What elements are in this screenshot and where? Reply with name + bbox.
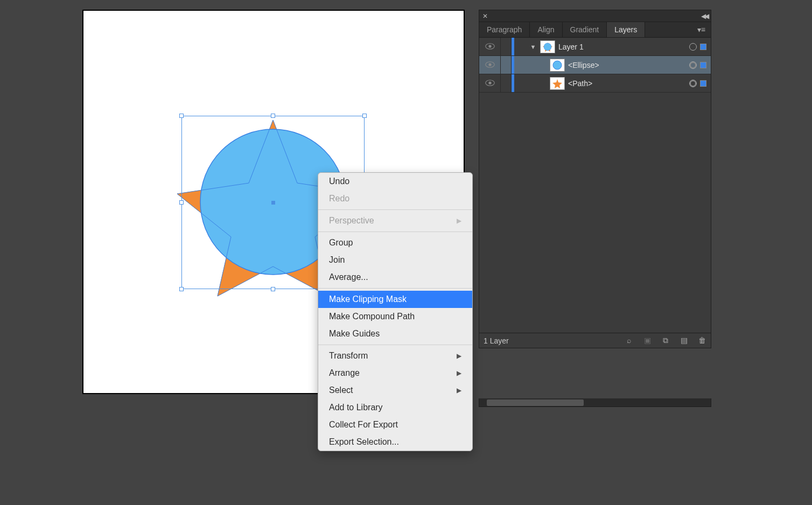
- cm-average[interactable]: Average...: [318, 269, 472, 286]
- selection-strip: [512, 74, 514, 92]
- close-icon[interactable]: ✕: [482, 12, 488, 20]
- scrollbar-thumb[interactable]: [487, 399, 584, 406]
- submenu-arrow-icon: ▶: [457, 367, 461, 380]
- target-icon[interactable]: [689, 43, 697, 51]
- lock-toggle[interactable]: [501, 56, 512, 74]
- svg-point-1: [488, 45, 491, 47]
- cm-separator: [318, 209, 472, 210]
- context-menu: Undo Redo Perspective ▶ Group Join Avera…: [318, 172, 473, 451]
- selection-color-swatch[interactable]: [700, 44, 706, 50]
- tab-gradient[interactable]: Gradient: [563, 22, 607, 37]
- layers-list: ▼ Layer 1 <Ellips: [479, 38, 711, 333]
- layer-name-label[interactable]: <Ellipse>: [568, 61, 689, 69]
- layer-thumbnail[interactable]: [540, 40, 555, 53]
- cm-join[interactable]: Join: [318, 251, 472, 269]
- svg-point-5: [488, 63, 491, 66]
- lock-toggle[interactable]: [501, 74, 512, 92]
- cm-make-clipping-mask[interactable]: Make Clipping Mask: [318, 291, 472, 308]
- submenu-arrow-icon: ▶: [457, 349, 461, 362]
- cm-separator: [318, 345, 472, 345]
- new-sublayer-icon[interactable]: ⧉: [661, 336, 670, 345]
- target-icon[interactable]: [689, 80, 697, 87]
- layers-count-label: 1 Layer: [484, 336, 509, 345]
- layer-row[interactable]: <Path>: [479, 74, 711, 93]
- panel-footer: 1 Layer ⌕ ▣ ⧉ ▤ 🗑: [479, 333, 711, 348]
- submenu-arrow-icon: ▶: [457, 214, 461, 227]
- disclosure-triangle-icon[interactable]: ▼: [529, 44, 537, 50]
- target-icon[interactable]: [689, 61, 697, 69]
- selection-color-swatch[interactable]: [700, 80, 706, 87]
- selection-color-swatch[interactable]: [700, 62, 706, 68]
- panel-menu-icon[interactable]: ▾≡: [692, 22, 711, 37]
- eye-icon: [485, 61, 495, 69]
- cm-make-guides[interactable]: Make Guides: [318, 325, 472, 342]
- panel-tabs: Paragraph Align Gradient Layers ▾≡: [479, 22, 711, 38]
- delete-layer-icon[interactable]: 🗑: [698, 336, 706, 345]
- lock-toggle[interactable]: [501, 38, 512, 55]
- submenu-arrow-icon: ▶: [457, 384, 461, 397]
- layers-panel: ✕ ◀◀ Paragraph Align Gradient Layers ▾≡ …: [479, 10, 711, 348]
- layer-row[interactable]: ▼ Layer 1: [479, 38, 711, 56]
- cm-add-to-library[interactable]: Add to Library: [318, 399, 472, 416]
- make-clipping-mask-icon[interactable]: ▣: [643, 336, 652, 345]
- layer-thumbnail[interactable]: [550, 59, 565, 72]
- cm-make-compound-path[interactable]: Make Compound Path: [318, 308, 472, 325]
- cm-separator: [318, 288, 472, 289]
- cm-transform-label: Transform: [329, 349, 368, 362]
- tab-layers[interactable]: Layers: [607, 22, 645, 37]
- tab-paragraph[interactable]: Paragraph: [479, 22, 530, 37]
- cm-arrange[interactable]: Arrange ▶: [318, 364, 472, 382]
- eye-icon: [485, 43, 495, 51]
- new-layer-icon[interactable]: ▤: [680, 336, 688, 345]
- collapse-icon[interactable]: ◀◀: [701, 12, 708, 20]
- layer-thumbnail[interactable]: [550, 77, 565, 90]
- cm-group[interactable]: Group: [318, 234, 472, 251]
- cm-select-label: Select: [329, 384, 353, 397]
- layer-row[interactable]: <Ellipse>: [479, 56, 711, 74]
- selection-strip: [512, 38, 514, 55]
- svg-point-8: [488, 81, 491, 84]
- cm-collect-for-export[interactable]: Collect For Export: [318, 416, 472, 433]
- cm-arrange-label: Arrange: [329, 367, 360, 380]
- eye-icon: [485, 79, 495, 88]
- svg-point-6: [553, 61, 562, 69]
- cm-separator: [318, 232, 472, 232]
- svg-marker-9: [552, 79, 562, 88]
- cm-undo[interactable]: Undo: [318, 173, 472, 190]
- locate-object-icon[interactable]: ⌕: [625, 336, 633, 345]
- layer-name-label[interactable]: Layer 1: [558, 43, 689, 51]
- cm-perspective: Perspective ▶: [318, 212, 472, 229]
- cm-redo: Redo: [318, 190, 472, 207]
- panel-horizontal-scrollbar[interactable]: [479, 398, 711, 407]
- selection-strip: [512, 56, 514, 74]
- svg-point-3: [544, 43, 551, 51]
- cm-export-selection[interactable]: Export Selection...: [318, 433, 472, 451]
- cm-perspective-label: Perspective: [329, 214, 374, 227]
- visibility-toggle[interactable]: [479, 74, 501, 92]
- cm-transform[interactable]: Transform ▶: [318, 347, 472, 364]
- visibility-toggle[interactable]: [479, 38, 501, 55]
- footer-icons: ⌕ ▣ ⧉ ▤ 🗑: [625, 336, 706, 345]
- tab-align[interactable]: Align: [530, 22, 562, 37]
- panel-titlebar: ✕ ◀◀: [479, 10, 711, 22]
- visibility-toggle[interactable]: [479, 56, 501, 74]
- layer-name-label[interactable]: <Path>: [568, 79, 689, 88]
- cm-select[interactable]: Select ▶: [318, 382, 472, 399]
